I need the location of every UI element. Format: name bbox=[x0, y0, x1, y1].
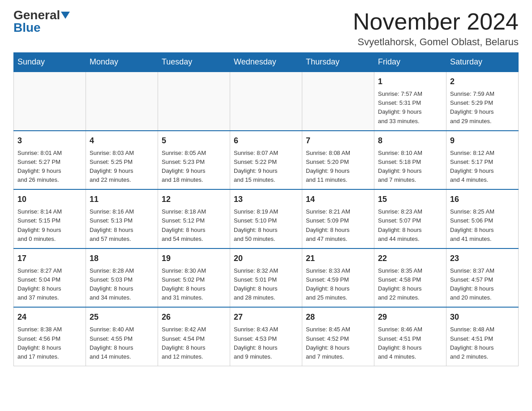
day-number: 25 bbox=[90, 311, 154, 323]
day-number: 22 bbox=[378, 253, 442, 265]
day-number: 28 bbox=[306, 311, 370, 323]
header-day-saturday: Saturday bbox=[446, 53, 519, 72]
header-day-sunday: Sunday bbox=[14, 53, 86, 72]
day-info: Sunrise: 8:35 AM Sunset: 4:58 PM Dayligh… bbox=[378, 266, 442, 303]
logo-general: General bbox=[13, 9, 60, 21]
day-number: 20 bbox=[234, 253, 298, 265]
day-info: Sunrise: 8:45 AM Sunset: 4:52 PM Dayligh… bbox=[306, 325, 370, 361]
calendar-cell: 13Sunrise: 8:19 AM Sunset: 5:10 PM Dayli… bbox=[230, 189, 302, 248]
day-info: Sunrise: 8:21 AM Sunset: 5:09 PM Dayligh… bbox=[306, 207, 370, 244]
header-day-friday: Friday bbox=[374, 53, 446, 72]
day-number: 29 bbox=[378, 311, 442, 323]
calendar-cell: 18Sunrise: 8:28 AM Sunset: 5:03 PM Dayli… bbox=[86, 248, 158, 308]
calendar-cell bbox=[14, 72, 86, 131]
day-info: Sunrise: 8:33 AM Sunset: 4:59 PM Dayligh… bbox=[306, 266, 370, 303]
week-row-3: 10Sunrise: 8:14 AM Sunset: 5:15 PM Dayli… bbox=[14, 189, 519, 248]
day-number: 21 bbox=[306, 253, 370, 265]
day-number: 30 bbox=[450, 311, 515, 323]
day-info: Sunrise: 8:46 AM Sunset: 4:51 PM Dayligh… bbox=[378, 325, 442, 361]
calendar-cell: 23Sunrise: 8:37 AM Sunset: 4:57 PM Dayli… bbox=[446, 248, 519, 308]
day-number: 11 bbox=[90, 193, 154, 206]
calendar-cell: 16Sunrise: 8:25 AM Sunset: 5:06 PM Dayli… bbox=[446, 189, 519, 248]
calendar-cell: 19Sunrise: 8:30 AM Sunset: 5:02 PM Dayli… bbox=[158, 248, 230, 308]
calendar-cell: 2Sunrise: 7:59 AM Sunset: 5:29 PM Daylig… bbox=[446, 72, 519, 131]
calendar-cell: 15Sunrise: 8:23 AM Sunset: 5:07 PM Dayli… bbox=[374, 189, 446, 248]
day-info: Sunrise: 8:05 AM Sunset: 5:23 PM Dayligh… bbox=[162, 149, 226, 185]
day-number: 24 bbox=[17, 311, 82, 323]
calendar-cell: 3Sunrise: 8:01 AM Sunset: 5:27 PM Daylig… bbox=[14, 131, 86, 190]
calendar-cell: 25Sunrise: 8:40 AM Sunset: 4:55 PM Dayli… bbox=[86, 307, 158, 366]
calendar-cell: 1Sunrise: 7:57 AM Sunset: 5:31 PM Daylig… bbox=[374, 72, 446, 131]
calendar-cell bbox=[230, 72, 302, 131]
day-info: Sunrise: 8:28 AM Sunset: 5:03 PM Dayligh… bbox=[90, 266, 154, 303]
day-info: Sunrise: 8:42 AM Sunset: 4:54 PM Dayligh… bbox=[162, 325, 226, 361]
week-row-5: 24Sunrise: 8:38 AM Sunset: 4:56 PM Dayli… bbox=[14, 307, 519, 366]
calendar-cell: 10Sunrise: 8:14 AM Sunset: 5:15 PM Dayli… bbox=[14, 189, 86, 248]
day-info: Sunrise: 8:23 AM Sunset: 5:07 PM Dayligh… bbox=[378, 207, 442, 244]
calendar-cell: 7Sunrise: 8:08 AM Sunset: 5:20 PM Daylig… bbox=[302, 131, 374, 190]
day-number: 8 bbox=[378, 135, 442, 147]
calendar-title: November 2024 bbox=[353, 9, 519, 34]
calendar-cell: 29Sunrise: 8:46 AM Sunset: 4:51 PM Dayli… bbox=[374, 307, 446, 366]
day-info: Sunrise: 8:30 AM Sunset: 5:02 PM Dayligh… bbox=[162, 266, 226, 303]
header-day-tuesday: Tuesday bbox=[158, 53, 230, 72]
day-info: Sunrise: 8:03 AM Sunset: 5:25 PM Dayligh… bbox=[90, 149, 154, 185]
calendar-cell: 5Sunrise: 8:05 AM Sunset: 5:23 PM Daylig… bbox=[158, 131, 230, 190]
day-number: 12 bbox=[162, 193, 226, 206]
day-info: Sunrise: 8:43 AM Sunset: 4:53 PM Dayligh… bbox=[234, 325, 298, 361]
calendar-subtitle: Svyetlahorsk, Gomel Oblast, Belarus bbox=[353, 36, 519, 48]
day-number: 23 bbox=[450, 253, 515, 265]
day-info: Sunrise: 8:37 AM Sunset: 4:57 PM Dayligh… bbox=[450, 266, 515, 303]
day-number: 14 bbox=[306, 193, 370, 206]
day-number: 13 bbox=[234, 193, 298, 206]
day-info: Sunrise: 8:16 AM Sunset: 5:13 PM Dayligh… bbox=[90, 207, 154, 244]
day-number: 7 bbox=[306, 135, 370, 147]
logo-triangle-icon bbox=[61, 12, 70, 19]
title-area: November 2024 Svyetlahorsk, Gomel Oblast… bbox=[353, 9, 519, 48]
calendar-cell: 27Sunrise: 8:43 AM Sunset: 4:53 PM Dayli… bbox=[230, 307, 302, 366]
calendar-cell bbox=[302, 72, 374, 131]
calendar-cell: 4Sunrise: 8:03 AM Sunset: 5:25 PM Daylig… bbox=[86, 131, 158, 190]
day-info: Sunrise: 8:25 AM Sunset: 5:06 PM Dayligh… bbox=[450, 207, 515, 244]
day-number: 27 bbox=[234, 311, 298, 323]
calendar-cell: 6Sunrise: 8:07 AM Sunset: 5:22 PM Daylig… bbox=[230, 131, 302, 190]
day-info: Sunrise: 7:59 AM Sunset: 5:29 PM Dayligh… bbox=[450, 90, 515, 126]
header-day-wednesday: Wednesday bbox=[230, 53, 302, 72]
calendar-cell: 24Sunrise: 8:38 AM Sunset: 4:56 PM Dayli… bbox=[14, 307, 86, 366]
day-number: 18 bbox=[90, 253, 154, 265]
calendar-table: SundayMondayTuesdayWednesdayThursdayFrid… bbox=[13, 52, 519, 366]
page-header: General Blue November 2024 Svyetlahorsk,… bbox=[13, 9, 519, 48]
day-number: 2 bbox=[450, 76, 515, 88]
calendar-cell: 30Sunrise: 8:48 AM Sunset: 4:51 PM Dayli… bbox=[446, 307, 519, 366]
calendar-cell: 26Sunrise: 8:42 AM Sunset: 4:54 PM Dayli… bbox=[158, 307, 230, 366]
day-info: Sunrise: 8:38 AM Sunset: 4:56 PM Dayligh… bbox=[17, 325, 82, 361]
day-number: 16 bbox=[450, 193, 515, 206]
day-number: 6 bbox=[234, 135, 298, 147]
calendar-cell bbox=[158, 72, 230, 131]
day-info: Sunrise: 8:18 AM Sunset: 5:12 PM Dayligh… bbox=[162, 207, 226, 244]
day-info: Sunrise: 8:10 AM Sunset: 5:18 PM Dayligh… bbox=[378, 149, 442, 185]
day-info: Sunrise: 8:48 AM Sunset: 4:51 PM Dayligh… bbox=[450, 325, 515, 361]
day-info: Sunrise: 8:19 AM Sunset: 5:10 PM Dayligh… bbox=[234, 207, 298, 244]
day-number: 17 bbox=[17, 253, 82, 265]
calendar-cell: 20Sunrise: 8:32 AM Sunset: 5:01 PM Dayli… bbox=[230, 248, 302, 308]
calendar-cell bbox=[86, 72, 158, 131]
calendar-cell: 28Sunrise: 8:45 AM Sunset: 4:52 PM Dayli… bbox=[302, 307, 374, 366]
logo-blue: Blue bbox=[13, 21, 41, 34]
day-info: Sunrise: 7:57 AM Sunset: 5:31 PM Dayligh… bbox=[378, 90, 442, 126]
day-info: Sunrise: 8:12 AM Sunset: 5:17 PM Dayligh… bbox=[450, 149, 515, 185]
day-info: Sunrise: 8:01 AM Sunset: 5:27 PM Dayligh… bbox=[17, 149, 82, 185]
week-row-2: 3Sunrise: 8:01 AM Sunset: 5:27 PM Daylig… bbox=[14, 131, 519, 190]
day-number: 4 bbox=[90, 135, 154, 147]
day-number: 3 bbox=[17, 135, 82, 147]
calendar-cell: 21Sunrise: 8:33 AM Sunset: 4:59 PM Dayli… bbox=[302, 248, 374, 308]
day-info: Sunrise: 8:40 AM Sunset: 4:55 PM Dayligh… bbox=[90, 325, 154, 361]
day-number: 5 bbox=[162, 135, 226, 147]
day-number: 26 bbox=[162, 311, 226, 323]
calendar-cell: 22Sunrise: 8:35 AM Sunset: 4:58 PM Dayli… bbox=[374, 248, 446, 308]
header-day-thursday: Thursday bbox=[302, 53, 374, 72]
day-number: 10 bbox=[17, 193, 82, 206]
day-number: 19 bbox=[162, 253, 226, 265]
day-info: Sunrise: 8:27 AM Sunset: 5:04 PM Dayligh… bbox=[17, 266, 82, 303]
calendar-cell: 14Sunrise: 8:21 AM Sunset: 5:09 PM Dayli… bbox=[302, 189, 374, 248]
